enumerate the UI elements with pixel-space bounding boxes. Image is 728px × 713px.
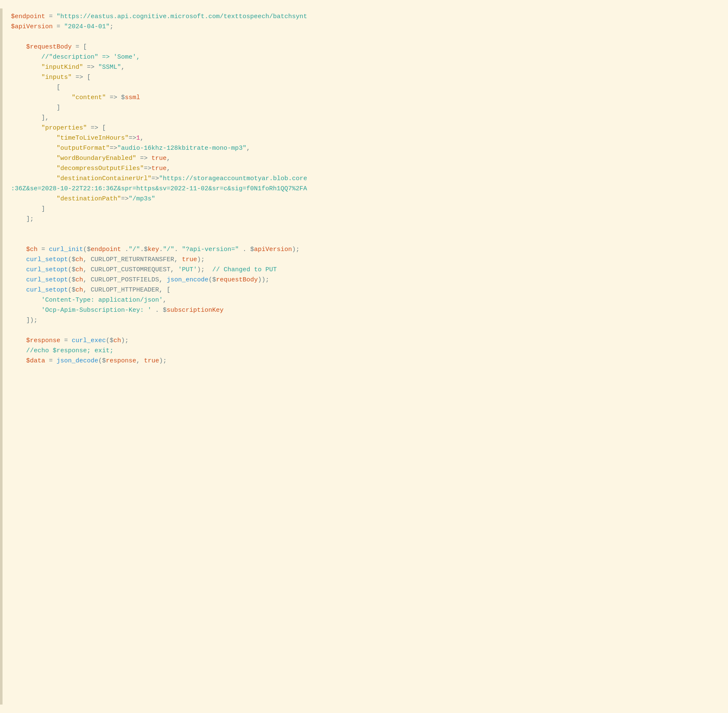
code-line: [ [11,83,720,93]
code-token: .$ [140,246,148,253]
code-token [11,297,41,304]
code-token: ($ [98,357,106,365]
code-token [11,124,41,132]
code-token: "content" [72,94,106,101]
code-token: $ [11,337,30,344]
code-token: endpoint [15,13,45,20]
code-line [11,224,720,235]
code-token: ); [121,337,129,344]
code-content[interactable]: $endpoint = "https://eastus.api.cognitiv… [3,8,728,705]
code-token: "2024-04-01" [64,23,110,30]
code-line: curl_setopt($ch, CURLOPT_HTTPHEADER, [ [11,285,720,295]
code-token: . [159,246,163,253]
code-token: curl_setopt [26,286,68,294]
code-line: "inputKind" => "SSML", [11,62,720,73]
code-editor: $endpoint = "https://eastus.api.cognitiv… [0,0,728,713]
code-line: ] [11,204,720,214]
code-token: // Changed to PUT [212,266,277,273]
code-token: "decompressOutputFiles" [57,165,144,172]
code-token: requestBody [30,43,72,51]
code-token [11,64,41,71]
code-token: => [ [72,74,91,81]
code-token: response [30,337,60,344]
code-line: ]); [11,316,720,326]
code-token: ch [75,256,83,263]
code-token: , [167,155,170,162]
code-token: , CURLOPT_CUSTOMREQUEST, [83,266,178,273]
code-token: 'Some' [113,54,136,61]
code-token: . $ [151,307,167,314]
code-token: "timeToLiveInHours" [57,135,129,142]
code-line: 'Ocp-Apim-Subscription-Key: ' . $subscri… [11,305,720,316]
code-token: ); [159,357,167,365]
code-token: 'PUT' [178,266,197,273]
code-line: "properties" => [ [11,123,720,133]
code-token: data [30,357,45,365]
code-token: , [121,64,125,71]
code-token: , CURLOPT_POSTFIELDS, [83,276,167,284]
code-token: 'Ocp-Apim-Subscription-Key: ' [41,307,151,314]
code-token: "?api-version=" [182,246,239,253]
code-token: "properties" [41,124,87,132]
code-token: => [ [87,124,106,132]
code-token: ($ [68,256,75,263]
code-token: ($ [208,276,216,284]
code-token: $ [11,23,15,30]
code-token [11,307,41,314]
code-token [11,94,72,101]
code-token: => [129,135,136,142]
code-token: true [144,357,159,365]
code-token: subscriptionKey [167,307,224,314]
code-token: ($ [83,246,91,253]
code-token [11,74,41,81]
code-line: "destinationContainerUrl"=>"https://stor… [11,174,720,184]
code-token: [ [11,84,60,91]
code-line: $apiVersion = "2024-04-01"; [11,22,720,32]
code-token: 'Content-Type: application/json' [41,297,163,304]
code-token: ); [197,256,205,263]
code-token: echo $response; exit; [34,347,113,354]
code-line: "inputs" => [ [11,73,720,83]
code-token: "inputs" [41,74,72,81]
code-line: curl_setopt($ch, CURLOPT_RETURNTRANSFER,… [11,255,720,265]
code-token: "destinationContainerUrl" [57,175,151,182]
code-token: curl_setopt [26,266,68,273]
code-line: ], [11,113,720,123]
code-line: "outputFormat"=>"audio-16khz-128kbitrate… [11,143,720,154]
code-line: "decompressOutputFiles"=>true, [11,164,720,174]
code-token: "https://storageaccountmotyar.blob.core [159,175,307,182]
code-token: "/" [129,246,140,253]
code-token: // [11,347,34,354]
code-token: => [136,155,151,162]
code-line: 'Content-Type: application/json', [11,295,720,305]
code-token: "SSML" [98,64,121,71]
code-token: "https://eastus.api.cognitive.microsoft.… [57,13,307,20]
code-line: $endpoint = "https://eastus.api.cognitiv… [11,12,720,22]
code-token: "description" [49,54,98,61]
code-line: $requestBody = [ [11,42,720,52]
code-token: => [83,64,98,71]
code-token: json_encode [167,276,208,284]
code-token [11,276,26,284]
code-token: , CURLOPT_RETURNTRANSFER, [83,256,182,263]
code-token: apiVersion [254,246,292,253]
code-token: . [121,246,129,253]
code-token: requestBody [216,276,258,284]
code-token: ] [11,104,60,111]
code-token: = [45,357,57,365]
code-token: . [174,246,182,253]
code-token: $ [11,13,15,20]
code-token [11,135,57,142]
code-token [11,155,57,162]
code-line: ] [11,103,720,113]
code-token: ($ [106,337,113,344]
code-token [11,286,26,294]
code-token: json_decode [57,357,98,365]
code-line: "timeToLiveInHours"=>1, [11,133,720,143]
code-token: curl_exec [72,337,106,344]
code-token: , [136,54,140,61]
code-token: => [144,165,151,172]
code-token [11,145,57,152]
code-token: // [11,54,49,61]
code-line: curl_setopt($ch, CURLOPT_POSTFIELDS, jso… [11,275,720,285]
